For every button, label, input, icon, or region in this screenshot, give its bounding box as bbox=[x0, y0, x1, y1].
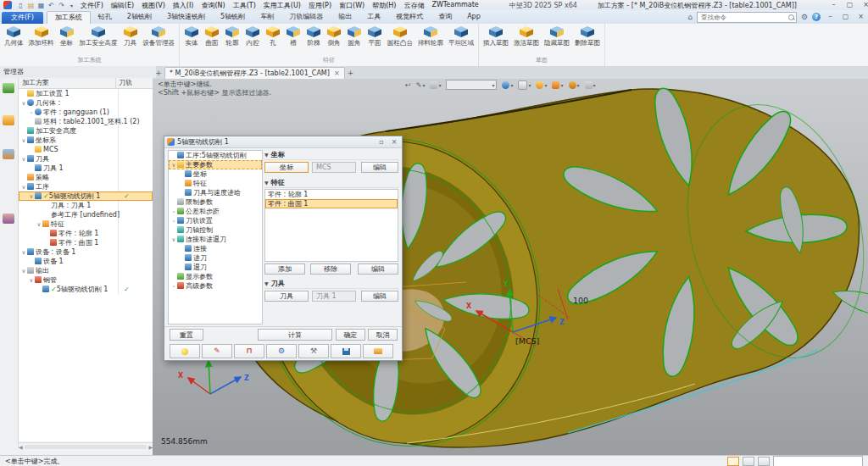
ribbon-button-插入草图[interactable]: 插入草图 bbox=[481, 25, 511, 48]
ui-mode-icon[interactable] bbox=[727, 457, 739, 466]
ribbon-button-刀具[interactable]: 刀具 bbox=[120, 25, 141, 48]
menu-item-8[interactable]: 窗口(W) bbox=[339, 1, 364, 10]
tips-button[interactable] bbox=[170, 344, 200, 358]
role-manager-icon[interactable] bbox=[3, 214, 14, 224]
tree-row-策略[interactable]: 策略 bbox=[19, 173, 153, 182]
ribbon-button-平坦区域[interactable]: 平坦区域 bbox=[446, 25, 476, 48]
tree-row-5轴驱动线切削 1[interactable]: ✓5轴驱动线切削 1✓ bbox=[19, 285, 153, 294]
effects-icon[interactable]: ▾ bbox=[536, 81, 547, 89]
child-close-button[interactable]: × bbox=[855, 13, 866, 21]
status-input[interactable] bbox=[773, 456, 863, 466]
ribbon-button-设备管理器[interactable]: 设备管理器 bbox=[141, 25, 178, 48]
menu-item-2[interactable]: 视图(V) bbox=[142, 1, 165, 10]
tree-row-坐标[interactable]: 坐标 bbox=[169, 169, 262, 179]
tab-close-icon[interactable]: × bbox=[334, 68, 340, 79]
tool-button[interactable]: 刀具 bbox=[264, 291, 309, 302]
open-op-button[interactable] bbox=[363, 344, 393, 358]
menu-item-4[interactable]: 查询(N) bbox=[201, 1, 225, 10]
ribbon-button-圆柱凸台[interactable]: 圆柱凸台 bbox=[385, 25, 415, 48]
ribbon-button-倒角[interactable]: 倒角 bbox=[324, 25, 344, 48]
ribbon-button-隐藏草图[interactable]: 隐藏草图 bbox=[542, 25, 572, 48]
ribbon-tab-输出[interactable]: 输出 bbox=[331, 11, 359, 24]
new-file-icon[interactable]: ▯ bbox=[17, 2, 25, 9]
save-icon[interactable]: ▦ bbox=[37, 2, 45, 9]
ribbon-tab-App[interactable]: App bbox=[459, 11, 488, 24]
operation-dialog[interactable]: 5轴驱动线切削 1 ▫ × 工序:5轴驱动线切削∨主要参数坐标特征刀具与速度进给… bbox=[164, 136, 403, 361]
ribbon-tab-钻孔[interactable]: 钻孔 bbox=[91, 11, 120, 24]
gear-icon[interactable]: ⚙ bbox=[801, 12, 808, 22]
background-icon[interactable]: ▾ bbox=[552, 81, 563, 89]
ribbon-tab-5轴铣削[interactable]: 5轴铣削 bbox=[213, 11, 253, 24]
menu-item-11[interactable]: ZWTeammate bbox=[431, 1, 478, 10]
menu-item-5[interactable]: 工具(T) bbox=[233, 1, 256, 10]
tree-row-零件 : 轮廓 1[interactable]: 零件 : 轮廓 1 bbox=[19, 229, 153, 238]
tree-row-刀具与速度进给[interactable]: 刀具与速度进给 bbox=[169, 188, 262, 197]
tree-row-显示参数[interactable]: 显示参数 bbox=[169, 272, 262, 281]
menu-item-9[interactable]: 帮助(H) bbox=[372, 1, 396, 10]
tree-row-坐标系[interactable]: ∨坐标系 bbox=[19, 136, 153, 145]
child-minimize-button[interactable]: – bbox=[825, 13, 836, 21]
brush-icon[interactable]: ✎▾ bbox=[416, 81, 426, 89]
feature-list-item[interactable]: 零件 : 轮廓 1 bbox=[265, 190, 398, 199]
tree-row-钢管[interactable]: ∨钢管 bbox=[19, 275, 153, 285]
tree-row-加工设置 1[interactable]: 加工设置 1 bbox=[19, 89, 153, 98]
tool-section-header[interactable]: ▼刀具 bbox=[264, 279, 398, 289]
tree-row-刀具 1[interactable]: 刀具 1 bbox=[19, 164, 153, 173]
tree-row-设备 1[interactable]: 设备 1 bbox=[19, 257, 153, 266]
menu-item-10[interactable]: 云存储 bbox=[403, 1, 424, 10]
wireframe-mode-icon[interactable]: ▾ bbox=[518, 80, 531, 90]
tree-row-加工安全高度[interactable]: 加工安全高度 bbox=[19, 126, 153, 136]
menu-item-6[interactable]: 实用工具(U) bbox=[264, 1, 301, 10]
ribbon-button-加工安全高度[interactable]: 加工安全高度 bbox=[77, 25, 120, 48]
window-mode-icon[interactable] bbox=[758, 457, 770, 466]
ribbon-button-坐标[interactable]: 坐标 bbox=[57, 25, 77, 48]
tree-row-进刀[interactable]: 进刀 bbox=[169, 253, 262, 263]
menu-item-0[interactable]: 文件(F) bbox=[81, 1, 103, 10]
tree-row-MCS[interactable]: MCS bbox=[19, 145, 153, 154]
ribbon-button-实体[interactable]: 实体 bbox=[181, 25, 202, 48]
tree-row-设备 : 设备 1[interactable]: ∨设备 : 设备 1 bbox=[19, 247, 153, 257]
reset-button[interactable]: 重置 bbox=[170, 329, 203, 341]
scroll-track[interactable] bbox=[25, 445, 147, 449]
undo-icon[interactable]: ↶ bbox=[47, 2, 55, 9]
tree-row-限制参数[interactable]: 限制参数 bbox=[169, 197, 262, 207]
tree-row-刀具[interactable]: ∨刀具 bbox=[19, 154, 153, 164]
filter-combo[interactable]: ▾ bbox=[446, 80, 497, 90]
ribbon-tab-查询[interactable]: 查询 bbox=[431, 11, 459, 24]
ribbon-button-圆角[interactable]: 圆角 bbox=[344, 25, 364, 48]
coord-button[interactable]: 坐标 bbox=[264, 162, 309, 173]
tool-check-button[interactable]: ⚒ bbox=[298, 344, 329, 358]
cancel-button[interactable]: 取消 bbox=[368, 329, 398, 341]
ribbon-button-删除草图[interactable]: 删除草图 bbox=[572, 25, 603, 48]
tool-edit-button[interactable]: 编辑 bbox=[361, 291, 398, 302]
scroll-left-icon[interactable]: ◀ bbox=[19, 444, 23, 450]
ribbon-tab-车削[interactable]: 车削 bbox=[253, 11, 281, 24]
shaded-mode-icon[interactable]: ▾ bbox=[502, 81, 513, 89]
ribbon-tab-2轴铣削[interactable]: 2轴铣削 bbox=[120, 11, 159, 24]
dialog-title-bar[interactable]: 5轴驱动线切削 1 ▫ × bbox=[164, 136, 402, 148]
feature-section-header[interactable]: ▼特征 bbox=[264, 178, 398, 188]
coord-edit-button[interactable]: 编辑 bbox=[361, 162, 398, 173]
ribbon-button-内腔[interactable]: 内腔 bbox=[242, 25, 263, 48]
ribbon-button-槽[interactable]: 槽 bbox=[283, 25, 303, 48]
child-restore-button[interactable]: ▢ bbox=[840, 13, 851, 21]
toolpath-button[interactable]: ⊓ bbox=[234, 344, 264, 358]
restore-button[interactable]: ▢ bbox=[844, 1, 855, 9]
ribbon-button-曲面[interactable]: 曲面 bbox=[202, 25, 222, 48]
ribbon-button-几何体[interactable]: 几何体 bbox=[2, 25, 26, 48]
tree-row-工序[interactable]: ∨工序 bbox=[19, 182, 153, 191]
ribbon-tab-工具[interactable]: 工具 bbox=[359, 11, 388, 24]
menu-item-1[interactable]: 编辑(E) bbox=[111, 1, 134, 10]
minimize-button[interactable]: – bbox=[828, 1, 839, 9]
display-mode-icon[interactable] bbox=[743, 457, 754, 466]
ribbon-tab-3轴快速铣削[interactable]: 3轴快速铣削 bbox=[159, 11, 213, 24]
feature-remove-button[interactable]: 移除 bbox=[310, 264, 351, 275]
tree-row-连接[interactable]: 连接 bbox=[169, 244, 262, 253]
tree-row-刀轴控制[interactable]: 刀轴控制 bbox=[169, 225, 262, 235]
cam-plan-icon[interactable] bbox=[3, 83, 14, 93]
menu-item-3[interactable]: 插入(I) bbox=[173, 1, 194, 10]
tree-row-零件 : 曲面 1[interactable]: 零件 : 曲面 1 bbox=[19, 238, 153, 247]
file-menu-button[interactable]: 文件(F) bbox=[2, 12, 43, 24]
dialog-pin-icon[interactable]: ▫ bbox=[376, 138, 387, 146]
tree-row-特征[interactable]: 特征 bbox=[169, 179, 262, 188]
